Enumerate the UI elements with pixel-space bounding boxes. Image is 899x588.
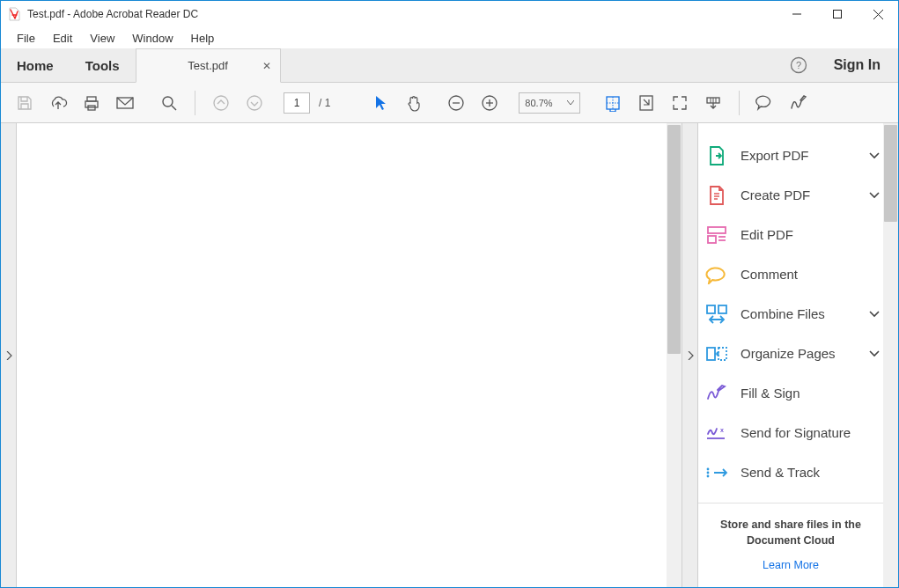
read-mode-button[interactable]	[698, 88, 728, 118]
zoom-in-button[interactable]	[475, 88, 505, 118]
save-button[interactable]	[10, 88, 40, 118]
chevron-down-icon	[869, 152, 883, 159]
cloud-upload-button[interactable]	[43, 88, 73, 118]
fullscreen-button[interactable]	[665, 88, 695, 118]
svg-rect-8	[85, 101, 98, 107]
menu-window[interactable]: Window	[125, 30, 180, 47]
left-panel-toggle[interactable]	[1, 123, 17, 587]
svg-text:x: x	[720, 427, 724, 433]
right-panel-toggle[interactable]	[682, 123, 698, 587]
combine-files-icon	[705, 303, 728, 326]
menu-help[interactable]: Help	[184, 30, 222, 47]
document-scrollbar[interactable]	[667, 123, 682, 587]
sign-button[interactable]	[784, 88, 814, 118]
search-button[interactable]	[154, 88, 184, 118]
window-controls	[777, 1, 898, 27]
document-viewport[interactable]	[17, 123, 682, 587]
tool-edit-pdf[interactable]: Edit PDF	[705, 215, 883, 254]
tools-scrollbar[interactable]	[883, 123, 898, 587]
zoom-out-button[interactable]	[441, 88, 471, 118]
svg-rect-2	[834, 11, 842, 18]
dropdown-arrow-icon	[567, 100, 574, 106]
help-button[interactable]: ?	[781, 48, 816, 82]
close-tab-icon[interactable]: ✕	[262, 60, 271, 72]
next-page-button[interactable]	[239, 88, 269, 118]
chevron-down-icon	[869, 192, 883, 199]
tool-send-signature[interactable]: x Send for Signature	[705, 413, 883, 452]
menu-file[interactable]: File	[10, 30, 42, 47]
tools-list: Export PDF Create PDF Edit PDF Comment C…	[698, 123, 898, 497]
close-button[interactable]	[858, 1, 898, 27]
content-area: Export PDF Create PDF Edit PDF Comment C…	[1, 123, 898, 587]
svg-point-40	[707, 471, 710, 474]
tool-label: Edit PDF	[741, 227, 883, 242]
svg-rect-7	[87, 97, 96, 101]
tools-pane: Export PDF Create PDF Edit PDF Comment C…	[698, 123, 898, 587]
hand-button[interactable]	[399, 88, 429, 118]
tab-tools[interactable]: Tools	[70, 48, 136, 82]
svg-text:?: ?	[796, 60, 801, 70]
tool-label: Export PDF	[741, 148, 869, 163]
tool-export-pdf[interactable]: Export PDF	[705, 136, 883, 175]
zoom-dropdown[interactable]: 80.7%	[519, 92, 580, 114]
svg-point-13	[214, 96, 228, 110]
svg-rect-21	[640, 96, 652, 110]
svg-rect-34	[718, 305, 726, 313]
scrollbar-thumb[interactable]	[884, 125, 897, 222]
svg-point-11	[163, 97, 173, 107]
create-pdf-icon	[705, 184, 728, 207]
cursor-button[interactable]	[365, 88, 395, 118]
maximize-button[interactable]	[817, 1, 858, 27]
svg-rect-33	[707, 305, 715, 313]
svg-rect-35	[707, 348, 715, 360]
tool-label: Create PDF	[741, 187, 869, 202]
title-bar: Test.pdf - Adobe Acrobat Reader DC	[1, 1, 898, 27]
tool-organize-pages[interactable]: Organize Pages	[705, 334, 883, 373]
menu-bar: File Edit View Window Help	[1, 27, 898, 48]
main-toolbar: / 1 80.7%	[1, 83, 898, 123]
sign-in-button[interactable]: Sign In	[816, 48, 898, 82]
menu-view[interactable]: View	[83, 30, 122, 47]
fit-page-button[interactable]	[631, 88, 661, 118]
window-title: Test.pdf - Adobe Acrobat Reader DC	[27, 8, 777, 20]
fill-sign-icon	[705, 382, 728, 405]
scrollbar-thumb[interactable]	[667, 125, 681, 354]
tool-label: Combine Files	[741, 306, 869, 321]
tabs-bar: Home Tools Test.pdf ✕ ? Sign In	[1, 48, 898, 83]
print-button[interactable]	[77, 88, 107, 118]
svg-rect-30	[708, 236, 716, 243]
minimize-button[interactable]	[777, 1, 817, 27]
menu-edit[interactable]: Edit	[46, 30, 79, 47]
chevron-down-icon	[869, 350, 883, 357]
send-track-icon	[705, 461, 728, 484]
tool-send-track[interactable]: Send & Track	[705, 452, 883, 492]
edit-pdf-icon	[705, 224, 728, 246]
tab-home[interactable]: Home	[1, 48, 70, 82]
tool-combine-files[interactable]: Combine Files	[705, 294, 883, 334]
chevron-down-icon	[869, 311, 883, 318]
svg-point-41	[707, 474, 710, 477]
email-button[interactable]	[110, 88, 140, 118]
tool-label: Send for Signature	[741, 425, 883, 440]
organize-pages-icon	[705, 342, 728, 365]
tool-label: Send & Track	[741, 465, 883, 480]
document-tab-label: Test.pdf	[188, 59, 228, 72]
tool-label: Fill & Sign	[741, 386, 883, 401]
tool-create-pdf[interactable]: Create PDF	[705, 175, 883, 215]
tool-comment[interactable]: Comment	[705, 254, 883, 294]
zoom-value: 80.7%	[525, 98, 552, 108]
prev-page-button[interactable]	[206, 88, 236, 118]
tool-label: Organize Pages	[741, 346, 869, 361]
tool-fill-sign[interactable]: Fill & Sign	[705, 373, 883, 413]
svg-line-12	[172, 106, 176, 110]
svg-point-14	[247, 96, 262, 110]
export-pdf-icon	[705, 144, 728, 167]
send-signature-icon: x	[705, 422, 728, 445]
comment-icon	[705, 263, 728, 286]
svg-rect-36	[718, 348, 726, 360]
comment-button[interactable]	[750, 88, 780, 118]
learn-more-link[interactable]: Learn More	[709, 559, 873, 571]
document-tab[interactable]: Test.pdf ✕	[136, 48, 281, 83]
fit-width-button[interactable]	[598, 88, 628, 118]
page-number-input[interactable]	[284, 92, 310, 114]
